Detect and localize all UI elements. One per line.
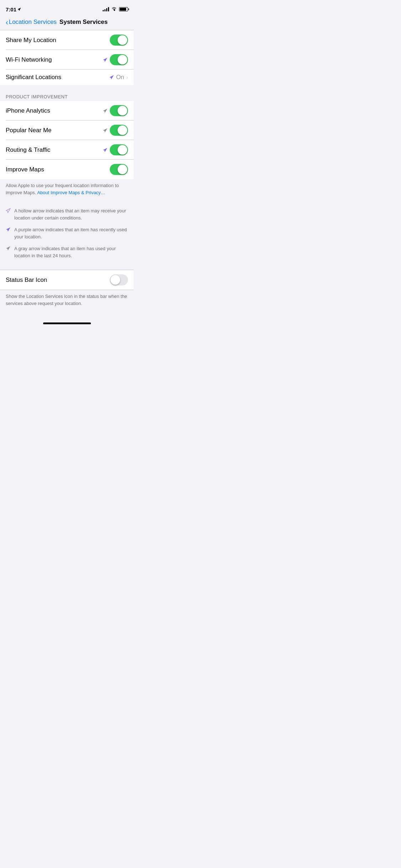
- significant-locations-label: Significant Locations: [6, 74, 61, 81]
- product-improvement-header: PRODUCT IMPROVEMENT: [0, 88, 134, 101]
- share-my-location-toggle[interactable]: [110, 35, 128, 46]
- signal-bar-2: [104, 9, 106, 11]
- signal-bar-1: [103, 10, 104, 11]
- row-right: [110, 274, 128, 285]
- significant-locations-arrow-icon: [109, 75, 114, 80]
- svg-marker-5: [103, 148, 107, 152]
- popular-near-me-toggle[interactable]: [110, 125, 128, 136]
- wifi-networking-label: Wi-Fi Networking: [6, 56, 52, 63]
- row-left: Significant Locations: [6, 74, 61, 81]
- row-right: [103, 144, 128, 155]
- gray-arrow-text: A gray arrow indicates that an item has …: [14, 245, 128, 259]
- product-improvement-group: iPhone Analytics Popular Near Me Routing…: [0, 101, 134, 179]
- battery-fill: [120, 8, 126, 11]
- location-arrow-icon: [17, 7, 21, 11]
- row-left: Share My Location: [6, 37, 56, 44]
- status-bar: 7:01: [0, 0, 134, 16]
- improve-maps-label: Improve Maps: [6, 166, 44, 173]
- routing-traffic-arrow-icon: [103, 148, 108, 153]
- iphone-analytics-arrow-icon: [103, 108, 108, 113]
- gray-arrow-icon: [6, 246, 11, 252]
- wifi-networking-arrow-icon: [103, 57, 108, 62]
- routing-traffic-toggle[interactable]: [110, 144, 128, 155]
- svg-marker-7: [6, 227, 10, 232]
- improve-maps-footer-text: Allow Apple to use your frequent locatio…: [6, 182, 128, 196]
- legend-hollow-arrow: A hollow arrow indicates that an item ma…: [6, 207, 128, 221]
- bottom-spacer: [0, 312, 134, 320]
- wifi-networking-row: Wi-Fi Networking: [0, 50, 134, 69]
- row-left: Wi-Fi Networking: [6, 56, 52, 63]
- time-label: 7:01: [6, 6, 16, 12]
- svg-marker-3: [103, 109, 107, 113]
- toggle-knob: [118, 106, 127, 115]
- signal-bar-4: [108, 7, 109, 11]
- svg-marker-0: [18, 8, 21, 11]
- popular-near-me-row: Popular Near Me: [0, 120, 134, 140]
- row-right: [110, 164, 128, 175]
- hollow-arrow-text: A hollow arrow indicates that an item ma…: [14, 207, 128, 221]
- popular-near-me-arrow-icon: [103, 128, 108, 133]
- row-right: [110, 35, 128, 46]
- svg-marker-4: [103, 128, 107, 133]
- row-left: Improve Maps: [6, 166, 44, 173]
- section-header-text: PRODUCT IMPROVEMENT: [6, 94, 68, 99]
- svg-marker-1: [103, 58, 107, 62]
- signal-bars: [103, 7, 109, 11]
- battery-icon: [119, 7, 128, 11]
- iphone-analytics-row: iPhone Analytics: [0, 101, 134, 120]
- significant-locations-row[interactable]: Significant Locations On ›: [0, 69, 134, 85]
- signal-bar-3: [106, 8, 107, 11]
- status-time: 7:01: [6, 6, 21, 12]
- svg-marker-6: [6, 208, 10, 213]
- home-bar: [43, 322, 91, 324]
- back-button[interactable]: ‹ Location Services: [6, 19, 57, 26]
- nav-bar: ‹ Location Services System Services: [0, 16, 134, 30]
- row-right: On ›: [109, 74, 128, 81]
- status-bar-icon-group: Status Bar Icon: [0, 270, 134, 290]
- iphone-analytics-label: iPhone Analytics: [6, 107, 50, 114]
- improve-maps-toggle[interactable]: [110, 164, 128, 175]
- legend-section: A hollow arrow indicates that an item ma…: [0, 202, 134, 267]
- legend-gap-bottom: [0, 267, 134, 270]
- back-label[interactable]: Location Services: [9, 19, 57, 26]
- status-bar-icon-row: Status Bar Icon: [0, 270, 134, 290]
- toggle-knob: [118, 165, 127, 174]
- share-my-location-label: Share My Location: [6, 37, 56, 44]
- share-my-location-row: Share My Location: [0, 30, 134, 50]
- row-left: iPhone Analytics: [6, 107, 50, 114]
- row-left: Status Bar Icon: [6, 277, 47, 284]
- improve-maps-row: Improve Maps: [0, 160, 134, 179]
- iphone-analytics-toggle[interactable]: [110, 105, 128, 116]
- hollow-arrow-icon: [6, 208, 11, 214]
- purple-arrow-text: A purple arrow indicates that an item ha…: [14, 226, 128, 240]
- wifi-networking-toggle[interactable]: [110, 54, 128, 65]
- legend-gray-arrow: A gray arrow indicates that an item has …: [6, 245, 128, 259]
- routing-traffic-row: Routing & Traffic: [0, 140, 134, 160]
- status-bar-icon-label: Status Bar Icon: [6, 277, 47, 284]
- svg-marker-8: [6, 246, 10, 250]
- improve-maps-link[interactable]: About Improve Maps & Privacy…: [37, 190, 105, 195]
- toggle-knob: [118, 145, 127, 155]
- popular-near-me-label: Popular Near Me: [6, 127, 52, 134]
- routing-traffic-label: Routing & Traffic: [6, 146, 50, 154]
- row-right: [103, 105, 128, 116]
- status-bar-icon-toggle[interactable]: [110, 274, 128, 285]
- section-gap-top: [0, 85, 134, 88]
- row-right: [103, 54, 128, 65]
- status-bar-icon-footer: Show the Location Services icon in the s…: [0, 290, 134, 312]
- svg-marker-2: [109, 75, 114, 79]
- home-indicator: [0, 320, 134, 326]
- legend-purple-arrow: A purple arrow indicates that an item ha…: [6, 226, 128, 240]
- wifi-icon: [111, 7, 117, 12]
- top-settings-group: Share My Location Wi-Fi Networking Signi…: [0, 30, 134, 85]
- page-title: System Services: [60, 19, 108, 26]
- significant-locations-on-label: On: [116, 74, 124, 81]
- row-left: Popular Near Me: [6, 127, 52, 134]
- row-left: Routing & Traffic: [6, 146, 50, 154]
- significant-locations-chevron-icon: ›: [126, 74, 128, 80]
- status-icons: [103, 7, 128, 12]
- back-chevron-icon: ‹: [6, 19, 8, 26]
- toggle-knob: [118, 35, 127, 45]
- improve-maps-footer: Allow Apple to use your frequent locatio…: [0, 179, 134, 202]
- toggle-knob: [118, 55, 127, 64]
